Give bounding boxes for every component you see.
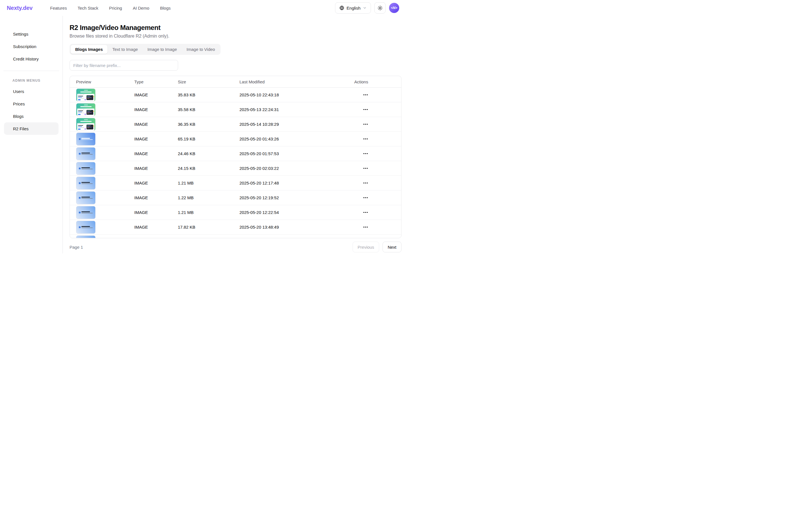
file-last-modified: 2025-05-20 12:22:54 (236, 210, 352, 215)
sidebar-item-prices[interactable]: Prices (0, 98, 62, 110)
file-last-modified: 2025-05-13 22:24:31 (236, 107, 352, 112)
row-actions-menu-button[interactable] (362, 93, 370, 97)
nav-item-tech-stack[interactable]: Tech Stack (77, 6, 98, 10)
file-size: 24.46 KB (174, 151, 236, 156)
language-selector-button[interactable]: English (335, 2, 371, 13)
table-row-partial (70, 235, 401, 238)
sidebar-divider (3, 71, 59, 71)
file-preview-thumbnail[interactable] (76, 147, 96, 160)
table-row: IMAGE 35.83 KB 2025-05-10 22:43:18 (70, 88, 401, 102)
file-last-modified: 2025-05-20 12:19:52 (236, 195, 352, 200)
top-navbar: Nexty.dev Features Tech Stack Pricing AI… (0, 0, 406, 16)
column-header-actions: Actions (352, 79, 401, 84)
file-size: 24.15 KB (174, 166, 236, 171)
tab-image-to-video[interactable]: Image to Video (182, 45, 220, 54)
column-header-preview: Preview (73, 79, 131, 84)
file-size: 17.82 KB (174, 225, 236, 229)
file-preview-thumbnail[interactable] (76, 235, 96, 238)
language-label: English (346, 6, 361, 10)
table-row: IMAGE 1.21 MB 2025-05-20 12:22:54 (70, 205, 401, 220)
tab-image-to-image[interactable]: Image to Image (143, 45, 181, 54)
file-preview-thumbnail[interactable] (76, 103, 96, 116)
nav-item-ai-demo[interactable]: AI Demo (133, 6, 149, 10)
file-type: IMAGE (131, 181, 174, 185)
row-actions-menu-button[interactable] (362, 225, 370, 229)
file-type: IMAGE (131, 166, 174, 171)
table-row: IMAGE 36.35 KB 2025-05-14 10:28:29 (70, 117, 401, 132)
row-actions-menu-button[interactable] (362, 137, 370, 141)
file-size: 35.83 KB (174, 93, 236, 97)
file-type: IMAGE (131, 136, 174, 141)
row-actions-menu-button[interactable] (362, 195, 370, 200)
file-type: IMAGE (131, 107, 174, 112)
file-size: 65.19 KB (174, 136, 236, 141)
file-type: IMAGE (131, 151, 174, 156)
file-category-tabs: Blogs Images Text to Image Image to Imag… (69, 44, 221, 55)
sidebar-item-subscription[interactable]: Subscription (0, 40, 62, 53)
page-title: R2 Image/Video Management (69, 24, 401, 32)
sun-icon (377, 5, 383, 11)
sidebar-item-credit-history[interactable]: Credit History (0, 53, 62, 65)
row-actions-menu-button[interactable] (362, 181, 370, 185)
file-last-modified: 2025-05-20 12:17:48 (236, 181, 352, 185)
file-last-modified: 2025-05-20 01:43:26 (236, 136, 352, 141)
file-last-modified: 2025-05-14 10:28:29 (236, 122, 352, 127)
tab-blogs-images[interactable]: Blogs Images (71, 45, 107, 54)
file-preview-thumbnail[interactable] (76, 206, 96, 219)
chevron-down-icon (363, 6, 367, 10)
main-content: R2 Image/Video Management Browse files s… (63, 16, 406, 253)
row-actions-menu-button[interactable] (362, 166, 370, 171)
row-actions-menu-button[interactable] (362, 122, 370, 127)
sidebar-item-r2-files[interactable]: R2 Files (4, 122, 58, 135)
admin-menus-section-label: ADMIN MENUS (0, 78, 62, 83)
main-nav: Features Tech Stack Pricing AI Demo Blog… (50, 6, 170, 10)
file-preview-thumbnail[interactable] (76, 177, 96, 190)
file-type: IMAGE (131, 210, 174, 215)
table-row: IMAGE 17.82 KB 2025-05-20 13:48:49 (70, 220, 401, 235)
table-header-row: Preview Type Size Last Modified Actions (70, 76, 401, 88)
table-row: IMAGE 65.19 KB 2025-05-20 01:43:26 (70, 132, 401, 147)
row-actions-menu-button[interactable] (362, 152, 370, 156)
filename-filter-input[interactable] (69, 60, 178, 71)
table-row: IMAGE 24.46 KB 2025-05-20 01:57:53 (70, 147, 401, 161)
file-last-modified: 2025-05-20 01:57:53 (236, 151, 352, 156)
file-preview-thumbnail[interactable] (76, 118, 96, 131)
nav-item-pricing[interactable]: Pricing (109, 6, 122, 10)
file-type: IMAGE (131, 122, 174, 127)
file-preview-thumbnail[interactable] (76, 162, 96, 175)
file-size: 1.22 MB (174, 195, 236, 200)
file-preview-thumbnail[interactable] (76, 191, 96, 204)
table-row: IMAGE 1.22 MB 2025-05-20 12:19:52 (70, 190, 401, 205)
sidebar-item-users[interactable]: Users (0, 85, 62, 98)
column-header-type: Type (131, 79, 174, 84)
file-preview-thumbnail[interactable] (76, 89, 96, 102)
sidebar-item-settings[interactable]: Settings (0, 28, 62, 40)
next-page-button[interactable]: Next (383, 242, 401, 252)
file-preview-thumbnail[interactable] (76, 221, 96, 234)
file-size: 1.21 MB (174, 210, 236, 215)
row-actions-menu-button[interactable] (362, 210, 370, 215)
table-row: IMAGE 24.15 KB 2025-05-20 02:03:22 (70, 161, 401, 176)
file-size: 36.35 KB (174, 122, 236, 127)
file-type: IMAGE (131, 195, 174, 200)
nav-item-blogs[interactable]: Blogs (160, 6, 171, 10)
sidebar: Settings Subscription Credit History ADM… (0, 16, 63, 253)
page-indicator: Page 1 (69, 245, 83, 249)
tab-text-to-image[interactable]: Text to Image (108, 45, 143, 54)
file-last-modified: 2025-05-10 22:43:18 (236, 93, 352, 97)
file-last-modified: 2025-05-20 02:03:22 (236, 166, 352, 171)
file-size: 1.21 MB (174, 181, 236, 185)
files-table: Preview Type Size Last Modified Actions … (69, 76, 401, 238)
column-header-size: Size (174, 79, 236, 84)
brand-logo[interactable]: Nexty.dev (7, 5, 33, 11)
sidebar-item-blogs[interactable]: Blogs (0, 110, 62, 122)
file-preview-thumbnail[interactable] (76, 132, 96, 146)
page-subtitle: Browse files stored in Cloudflare R2 (Ad… (69, 34, 401, 39)
user-avatar[interactable]: <N> (389, 3, 399, 13)
row-actions-menu-button[interactable] (362, 107, 370, 112)
theme-toggle-button[interactable] (374, 2, 386, 13)
previous-page-button[interactable]: Previous (353, 242, 379, 252)
nav-item-features[interactable]: Features (50, 6, 67, 10)
table-row: IMAGE 1.21 MB 2025-05-20 12:17:48 (70, 176, 401, 190)
file-size: 35.58 KB (174, 107, 236, 112)
